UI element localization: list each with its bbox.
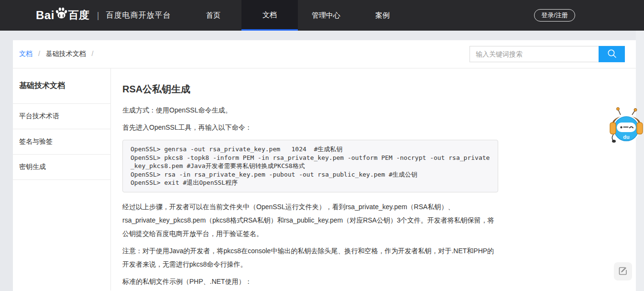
paragraph-java-note: 注意：对于使用Java的开发者，将pkcs8在console中输出的私钥去除头尾… xyxy=(122,244,498,271)
sidebar: 基础技术文档 平台技术术语 签名与验签 密钥生成 xyxy=(13,68,111,291)
sidebar-item-key-generation[interactable]: 密钥生成 xyxy=(13,155,110,180)
page-body: 文档 / 基础技术文档 / 基础技术文 xyxy=(0,31,644,291)
content-card: 文档 / 基础技术文档 / 基础技术文 xyxy=(13,40,636,291)
baidu-logo[interactable]: Bai 百度 | 百度电商开放平台 xyxy=(36,8,171,23)
main-nav: 首页 文档 管理中心 案例 xyxy=(185,0,411,31)
logo-divider: | xyxy=(97,11,99,21)
nav-tab-cases[interactable]: 案例 xyxy=(354,0,411,31)
feedback-edit-button[interactable] xyxy=(614,262,632,280)
nav-tab-home[interactable]: 首页 xyxy=(185,0,241,31)
paragraph-key-example-label: 标准的私钥文件示例（PHP、.NET使用）： xyxy=(122,275,498,288)
search-button[interactable] xyxy=(599,46,625,62)
nav-tab-console[interactable]: 管理中心 xyxy=(298,0,354,31)
scrollbar-track[interactable] xyxy=(636,31,644,291)
mascot-du-label: du xyxy=(623,134,629,140)
site-name: 百度电商开放平台 xyxy=(106,11,171,21)
breadcrumb-row: 文档 / 基础技术文档 / xyxy=(13,40,636,68)
customer-service-robot[interactable]: du xyxy=(610,106,643,147)
logo-text-bai: Bai xyxy=(36,9,55,22)
login-register-button[interactable]: 登录/注册 xyxy=(534,9,575,22)
baidu-paw-icon xyxy=(55,7,68,22)
logo-text-cn: 百度 xyxy=(68,8,89,22)
page-title: RSA公私钥生成 xyxy=(122,83,636,96)
doc-content: RSA公私钥生成 生成方式：使用OpenSSL命令生成。 首先进入OpenSSL… xyxy=(111,68,636,291)
search-box xyxy=(469,46,625,62)
breadcrumb-separator: / xyxy=(92,50,94,57)
sidebar-item-sign-verify[interactable]: 签名与验签 xyxy=(13,129,110,155)
sidebar-item-platform-terms[interactable]: 平台技术术语 xyxy=(13,104,110,129)
breadcrumb-link-docs[interactable]: 文档 xyxy=(19,50,33,57)
paragraph-steps-result: 经过以上步骤，开发者可以在当前文件夹中（OpenSSL运行文件夹），看到rsa_… xyxy=(122,200,498,240)
code-block-openssl-commands: OpenSSL> genrsa -out rsa_private_key.pem… xyxy=(122,140,498,192)
top-navbar: Bai 百度 | 百度电商开放平台 首页 文档 管理中心 案例 登录/注册 xyxy=(0,0,644,31)
search-input[interactable] xyxy=(469,46,599,62)
paragraph-generation-method: 生成方式：使用OpenSSL命令生成。 xyxy=(122,103,498,117)
breadcrumb: 文档 / 基础技术文档 / xyxy=(19,50,97,58)
nav-tab-docs[interactable]: 文档 xyxy=(241,0,298,31)
breadcrumb-current: 基础技术文档 xyxy=(46,50,86,57)
edit-icon xyxy=(618,266,628,277)
breadcrumb-separator: / xyxy=(38,50,40,57)
search-icon xyxy=(607,48,617,60)
paragraph-openssl-intro: 首先进入OpenSSL工具，再输入以下命令： xyxy=(122,121,498,134)
body-row: 基础技术文档 平台技术术语 签名与验签 密钥生成 RSA公私钥生成 生成方式：使… xyxy=(13,68,636,291)
sidebar-title: 基础技术文档 xyxy=(13,68,110,104)
